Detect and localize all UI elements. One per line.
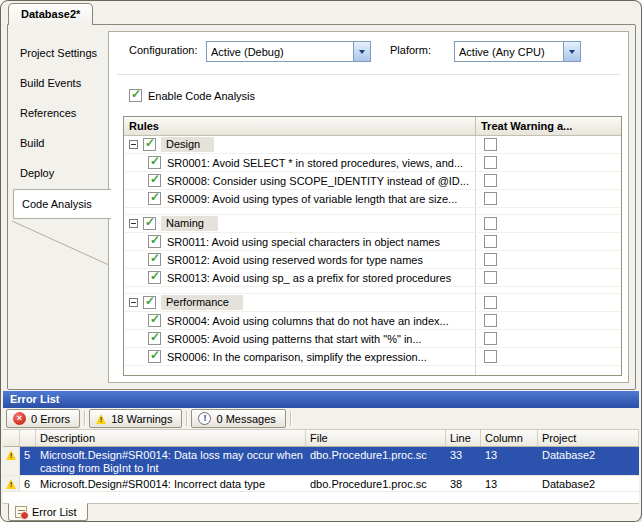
sidebar-item-build[interactable]: Build: [8, 129, 111, 159]
rule-checkbox[interactable]: [148, 235, 161, 248]
code-analysis-panel: Configuration: Active (Debug) Plaform: A…: [108, 31, 629, 383]
rules-group-row[interactable]: Design: [124, 136, 621, 154]
configuration-dropdown[interactable]: Active (Debug): [206, 41, 371, 62]
rule-row[interactable]: SR0008: Consider using SCOPE_IDENTITY in…: [124, 172, 621, 190]
property-page-frame: Project SettingsBuild EventsReferencesBu…: [7, 24, 636, 390]
error-list-tab[interactable]: Error List: [8, 503, 88, 521]
collapse-icon[interactable]: [129, 140, 138, 149]
rule-label: SR0001: Avoid SELECT * in stored procedu…: [167, 157, 463, 169]
enable-code-analysis-label: Enable Code Analysis: [148, 90, 255, 102]
error-severity-cell: [3, 447, 20, 475]
rule-checkbox[interactable]: [148, 174, 161, 187]
column-column-header[interactable]: Column: [481, 430, 538, 446]
configuration-value: Active (Debug): [207, 46, 353, 58]
error-line: 38: [446, 476, 481, 491]
treat-warning-checkbox[interactable]: [484, 296, 497, 309]
treat-warning-checkbox[interactable]: [484, 192, 497, 205]
rule-row[interactable]: SR0001: Avoid SELECT * in stored procedu…: [124, 154, 621, 172]
rules-column-header: Rules: [124, 117, 475, 135]
treat-warning-checkbox[interactable]: [484, 332, 497, 345]
error-file: dbo.Procedure1.proc.sc: [306, 476, 446, 491]
project-column-header[interactable]: Project: [538, 430, 639, 446]
rule-row[interactable]: SR0012: Avoid using reserved words for t…: [124, 251, 621, 269]
configuration-label: Configuration:: [129, 44, 198, 56]
toolbar-separator: [84, 411, 85, 426]
rule-row[interactable]: SR0005: Avoid using patterns that start …: [124, 330, 621, 348]
treat-warning-checkbox[interactable]: [484, 156, 497, 169]
treat-warning-checkbox[interactable]: [484, 235, 497, 248]
treat-warning-checkbox[interactable]: [484, 350, 497, 363]
rule-row[interactable]: SR0011: Avoid using special characters i…: [124, 233, 621, 251]
rule-checkbox[interactable]: [148, 314, 161, 327]
sidebar-item-build-events[interactable]: Build Events: [8, 69, 111, 99]
error-grid-header: Description File Line Column Project: [3, 430, 639, 447]
bottom-tab-bar: Error List: [3, 503, 639, 522]
rule-label: SR0011: Avoid using special characters i…: [167, 236, 440, 248]
severity-column-header[interactable]: [3, 430, 20, 446]
rule-row[interactable]: SR0009: Avoid using types of variable le…: [124, 190, 621, 208]
rule-row[interactable]: SR0013: Avoid using sp_ as a prefix for …: [124, 269, 621, 287]
rules-group-row[interactable]: Naming: [124, 215, 621, 233]
document-tab-database2[interactable]: Database2*: [8, 3, 93, 25]
rules-group-label: Performance: [161, 295, 243, 310]
error-row[interactable]: 6Microsoft.Design#SR0014: Incorrect data…: [3, 476, 639, 492]
group-checkbox[interactable]: [143, 296, 156, 309]
error-column: 13: [481, 447, 538, 475]
platform-value: Active (Any CPU): [455, 46, 563, 58]
error-number: 6: [20, 476, 36, 491]
description-column-header[interactable]: Description: [36, 430, 306, 446]
number-column-header[interactable]: [20, 430, 36, 446]
rules-group-row[interactable]: Performance: [124, 294, 621, 312]
chevron-down-icon[interactable]: [563, 42, 580, 61]
error-description: Microsoft.Design#SR0014: Incorrect data …: [36, 476, 306, 491]
sidebar-item-code-analysis[interactable]: Code Analysis: [13, 189, 111, 219]
toolbar-button-label: 18 Warnings: [111, 413, 172, 425]
sidebar-item-deploy[interactable]: Deploy: [8, 159, 111, 189]
line-column-header[interactable]: Line: [446, 430, 481, 446]
treat-warning-checkbox[interactable]: [484, 174, 497, 187]
error-list-icon: [15, 506, 27, 518]
rule-checkbox[interactable]: [148, 350, 161, 363]
toolbar-button-messages[interactable]: 0 Messages: [191, 409, 285, 428]
warning-icon: [6, 479, 16, 489]
rule-checkbox[interactable]: [148, 156, 161, 169]
toolbar-button-warnings[interactable]: 18 Warnings: [89, 409, 182, 428]
error-project: Database2: [538, 476, 639, 491]
rule-row[interactable]: SR0004: Avoid using columns that do not …: [124, 312, 621, 330]
warning-icon: [6, 450, 16, 460]
separator: [117, 74, 620, 75]
platform-dropdown[interactable]: Active (Any CPU): [454, 41, 581, 62]
rules-group-gap: [124, 208, 621, 215]
treat-warning-checkbox[interactable]: [484, 217, 497, 230]
error-list-title-bar[interactable]: Error List: [3, 391, 639, 408]
error-description: Microsoft.Design#SR0014: Data loss may o…: [36, 447, 306, 475]
sidebar-item-references[interactable]: References: [8, 99, 111, 129]
error-severity-cell: [3, 476, 20, 491]
rule-checkbox[interactable]: [148, 192, 161, 205]
treat-warning-column-header: Treat Warning a...: [475, 117, 621, 135]
collapse-icon[interactable]: [129, 298, 138, 307]
rule-label: SR0006: In the comparison, simplify the …: [167, 351, 427, 363]
treat-warning-checkbox[interactable]: [484, 314, 497, 327]
treat-warning-checkbox[interactable]: [484, 138, 497, 151]
rule-checkbox[interactable]: [148, 253, 161, 266]
treat-warning-checkbox[interactable]: [484, 253, 497, 266]
error-grid: Description File Line Column Project 5Mi…: [3, 430, 639, 503]
file-column-header[interactable]: File: [306, 430, 446, 446]
error-file: dbo.Procedure1.proc.sc: [306, 447, 446, 475]
sidebar-item-project-settings[interactable]: Project Settings: [8, 39, 111, 69]
error-row[interactable]: 5Microsoft.Design#SR0014: Data loss may …: [3, 447, 639, 476]
error-number: 5: [20, 447, 36, 475]
group-checkbox[interactable]: [143, 217, 156, 230]
rule-checkbox[interactable]: [148, 271, 161, 284]
toolbar-button-errors[interactable]: 0 Errors: [6, 409, 80, 428]
group-checkbox[interactable]: [143, 138, 156, 151]
chevron-down-icon[interactable]: [353, 42, 370, 61]
rule-row[interactable]: SR0006: In the comparison, simplify the …: [124, 348, 621, 366]
rule-label: SR0013: Avoid using sp_ as a prefix for …: [167, 272, 451, 284]
treat-warning-checkbox[interactable]: [484, 271, 497, 284]
toolbar-button-label: 0 Errors: [31, 413, 70, 425]
enable-code-analysis-checkbox[interactable]: [129, 89, 142, 102]
collapse-icon[interactable]: [129, 219, 138, 228]
rule-checkbox[interactable]: [148, 332, 161, 345]
